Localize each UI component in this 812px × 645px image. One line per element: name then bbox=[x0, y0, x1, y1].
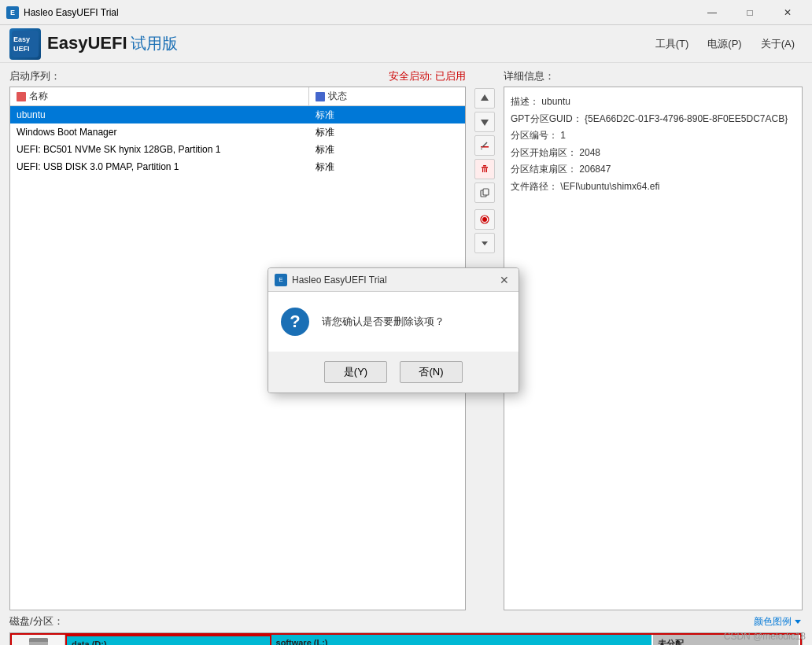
svg-marker-17 bbox=[482, 241, 488, 245]
right-panel: 详细信息： 描述： ubuntu GPT分区GUID： {5EA66D2C-01… bbox=[504, 69, 803, 610]
logo-icon: Easy UEFI bbox=[9, 28, 41, 60]
dialog-body: ? 请您确认是否要删除该项？ bbox=[268, 292, 519, 352]
close-button[interactable]: ✕ bbox=[770, 0, 806, 25]
partition-0-0[interactable]: data (D:) NTFS 301.00G bbox=[65, 635, 271, 645]
move-down-button[interactable] bbox=[474, 112, 495, 132]
delete-button[interactable] bbox=[474, 159, 495, 179]
partition-label-0-1: software (L:) bbox=[276, 638, 648, 645]
name-column-label: 名称 bbox=[29, 90, 48, 103]
color-legend-label: 颜色图例 bbox=[754, 615, 792, 628]
titlebar: E Hasleo EasyUEFI Trial — □ ✕ bbox=[0, 0, 812, 25]
dialog-message: 请您确认是否要删除该项？ bbox=[322, 315, 445, 329]
svg-marker-3 bbox=[481, 94, 489, 101]
disk-info-0: 磁盘 0 GPT 931.51G bbox=[12, 635, 65, 645]
dialog-buttons: 是(Y) 否(N) bbox=[268, 352, 519, 393]
detail-start-sector: 分区开始扇区： 2048 bbox=[511, 145, 795, 162]
start-sector-label: 分区开始扇区： bbox=[511, 147, 577, 158]
disk-area-label: 磁盘/分区： bbox=[9, 614, 64, 628]
disk-container: 磁盘 0 GPT 931.51G data (D:) NTFS 301.00G … bbox=[9, 632, 803, 645]
svg-text:UEFI: UEFI bbox=[13, 45, 30, 53]
svg-rect-14 bbox=[483, 189, 489, 195]
svg-rect-9 bbox=[483, 165, 486, 167]
detail-end-sector: 分区结束扇区： 206847 bbox=[511, 161, 795, 179]
boot-item-name: ubuntu bbox=[10, 109, 309, 120]
record-button[interactable] bbox=[474, 209, 495, 230]
no-button[interactable]: 否(N) bbox=[400, 361, 463, 383]
svg-marker-18 bbox=[795, 620, 801, 624]
color-legend-button[interactable]: 颜色图例 bbox=[754, 615, 803, 628]
file-path-value: \EFI\ubuntu\shimx64.efi bbox=[560, 181, 659, 192]
dialog-title: Hasleo EasyUEFI Trial bbox=[292, 275, 496, 286]
boot-sequence-label: 启动序列： bbox=[9, 69, 61, 83]
edit-button[interactable] bbox=[474, 135, 495, 156]
boot-item-status: 标准 bbox=[309, 143, 465, 157]
guid-value: {5EA66D2C-01F3-4796-890E-8F0EE5DC7ACB} bbox=[585, 113, 788, 124]
description-value: ubuntu bbox=[541, 96, 570, 107]
status-column-header: 状态 bbox=[309, 87, 465, 105]
dialog-titlebar: E Hasleo EasyUEFI Trial ✕ bbox=[268, 268, 519, 292]
boot-panel-header: 启动序列： 安全启动: 已启用 bbox=[9, 69, 466, 83]
svg-rect-11 bbox=[484, 168, 485, 172]
window-title: Hasleo EasyUEFI Trial bbox=[24, 7, 694, 18]
name-column-icon bbox=[17, 92, 26, 101]
maximize-button[interactable]: □ bbox=[732, 0, 768, 25]
boot-list-header: 名称 状态 bbox=[10, 87, 465, 106]
svg-rect-10 bbox=[482, 168, 483, 172]
detail-panel: 描述： ubuntu GPT分区GUID： {5EA66D2C-01F3-479… bbox=[504, 87, 803, 610]
menu-items: 工具(T) 电源(P) 关于(A) bbox=[648, 34, 803, 54]
move-up-button[interactable] bbox=[474, 88, 495, 109]
disk-icon-0 bbox=[29, 638, 48, 645]
status-column-label: 状态 bbox=[328, 90, 347, 103]
dialog-close-button[interactable]: ✕ bbox=[496, 272, 512, 288]
status-column-icon bbox=[316, 92, 325, 101]
disk-partitions-0: data (D:) NTFS 301.00G software (L:) NTF… bbox=[65, 635, 800, 645]
end-sector-label: 分区结束扇区： bbox=[511, 164, 577, 175]
disk-area: 磁盘/分区： 颜色图例 磁盘 0 GPT 931.51G data (D:) N… bbox=[0, 610, 812, 645]
partition-num-value: 1 bbox=[560, 130, 566, 141]
file-path-label: 文件路径： bbox=[511, 181, 558, 192]
svg-rect-8 bbox=[482, 167, 488, 168]
dialog-icon: E bbox=[275, 274, 287, 286]
boot-list-item[interactable]: UEFI: BC501 NVMe SK hynix 128GB, Partiti… bbox=[10, 141, 465, 158]
start-sector-value: 2048 bbox=[579, 147, 600, 158]
detail-guid: GPT分区GUID： {5EA66D2C-01F3-4796-890E-8F0E… bbox=[511, 111, 795, 128]
boot-item-status: 标准 bbox=[309, 109, 465, 122]
boot-item-status: 标准 bbox=[309, 160, 465, 174]
boot-list-item[interactable]: ubuntu标准 bbox=[10, 106, 465, 123]
partition-label-0-0: data (D:) bbox=[72, 639, 265, 645]
detail-partition-num: 分区编号： 1 bbox=[511, 127, 795, 145]
app-icon: E bbox=[6, 6, 19, 19]
detail-section-label: 详细信息： bbox=[504, 69, 803, 83]
detail-description: 描述： ubuntu bbox=[511, 94, 795, 111]
description-label: 描述： bbox=[511, 96, 539, 107]
svg-point-16 bbox=[482, 217, 487, 222]
menu-tools[interactable]: 工具(T) bbox=[648, 34, 697, 54]
disk-row-0: 磁盘 0 GPT 931.51G data (D:) NTFS 301.00G … bbox=[10, 633, 802, 645]
end-sector-value: 206847 bbox=[579, 164, 611, 175]
name-column-header: 名称 bbox=[10, 87, 309, 105]
menu-power[interactable]: 电源(P) bbox=[699, 34, 749, 54]
disk-area-header: 磁盘/分区： 颜色图例 bbox=[9, 610, 803, 632]
boot-list-item[interactable]: Windows Boot Manager标准 bbox=[10, 123, 465, 141]
guid-label: GPT分区GUID： bbox=[511, 113, 582, 124]
partition-0-1[interactable]: software (L:) NTFS 530.50G bbox=[271, 635, 654, 645]
partition-num-label: 分区编号： bbox=[511, 130, 558, 141]
yes-button[interactable]: 是(Y) bbox=[324, 361, 387, 383]
minimize-button[interactable]: — bbox=[694, 0, 730, 25]
menu-about[interactable]: 关于(A) bbox=[753, 34, 803, 54]
menubar: Easy UEFI EasyUEFI 试用版 工具(T) 电源(P) 关于(A) bbox=[0, 25, 812, 63]
svg-marker-6 bbox=[481, 148, 482, 149]
app-logo: Easy UEFI EasyUEFI 试用版 bbox=[9, 28, 178, 60]
boot-list-item[interactable]: UEFI: USB DISK 3.0 PMAP, Partition 1标准 bbox=[10, 158, 465, 175]
app-title: EasyUEFI bbox=[47, 33, 127, 53]
question-icon: ? bbox=[281, 308, 309, 336]
boot-item-name: UEFI: BC501 NVMe SK hynix 128GB, Partiti… bbox=[10, 144, 309, 155]
down-arrow-button[interactable] bbox=[474, 233, 495, 253]
svg-marker-4 bbox=[481, 120, 489, 126]
copy-button[interactable] bbox=[474, 182, 495, 203]
watermark: CSDN @melodic18 bbox=[724, 631, 806, 642]
window-controls: — □ ✕ bbox=[694, 0, 806, 25]
app-trial: 试用版 bbox=[131, 33, 178, 54]
detail-file-path: 文件路径： \EFI\ubuntu\shimx64.efi bbox=[511, 179, 795, 196]
boot-item-name: Windows Boot Manager bbox=[10, 127, 309, 138]
